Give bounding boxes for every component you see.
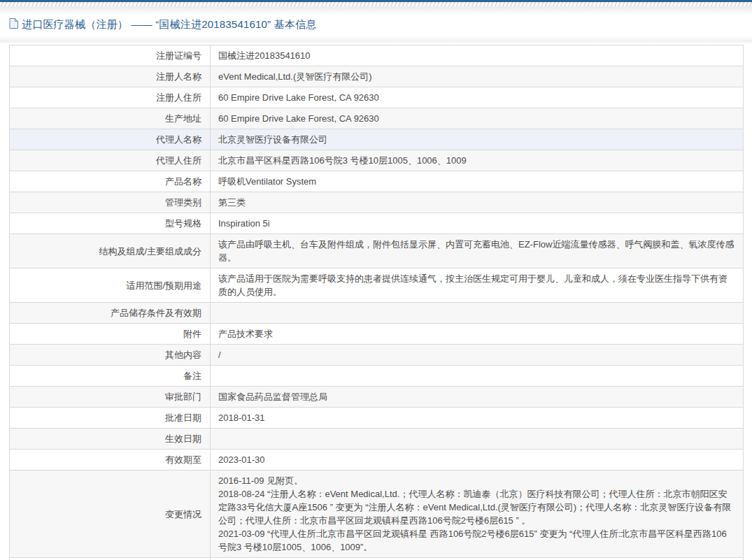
row-label: 有效期至 <box>10 450 211 471</box>
row-value: 该产品适用于医院为需要呼吸支持的患者提供连续通气，按主治医生规定可用于婴儿、儿童… <box>211 268 744 303</box>
row-label: 产品储存条件及有效期 <box>10 303 211 324</box>
change-record-line: 2018-08-24 “注册人名称：eVent Medical,Ltd.；代理人… <box>218 487 735 527</box>
row-label: 变更情况 <box>10 471 211 558</box>
row-value: 国械注进20183541610 <box>211 45 744 66</box>
row-value: 2018-01-31 <box>211 408 744 429</box>
row-value: 该产品由呼吸主机、台车及附件组成，附件包括显示屏、内置可充蓄电池、EZ-Flow… <box>211 234 744 268</box>
row-label: 结构及组成/主要组成成分 <box>10 234 211 268</box>
row-value: 2023-01-30 <box>211 450 744 471</box>
row-value <box>211 429 744 450</box>
table-row: 代理人住所北京市昌平区科星西路106号院3 号楼10层1005、1006、100… <box>10 150 744 171</box>
table-row: 生产地址60 Empire Drive Lake Forest, CA 9263… <box>10 108 744 129</box>
row-value: 详情 <box>211 558 744 560</box>
table-row: 代理人名称北京灵智医疗设备有限公司 <box>10 129 744 150</box>
row-value: 第三类 <box>211 192 744 213</box>
row-label: 生产地址 <box>10 108 211 129</box>
table-row: 产品储存条件及有效期 <box>10 303 744 324</box>
table-row: 审批部门国家食品药品监督管理总局 <box>10 387 744 408</box>
row-value: / <box>211 345 744 366</box>
row-label: 注册人住所 <box>10 87 211 108</box>
row-value: Inspiration 5i <box>211 213 744 234</box>
table-wrap: 注册证编号国械注进20183541610注册人名称eVent Medical,L… <box>0 43 752 560</box>
row-label: 附件 <box>10 324 211 345</box>
table-row: 有效期至2023-01-30 <box>10 450 744 471</box>
table-row: 结构及组成/主要组成成分该产品由呼吸主机、台车及附件组成，附件包括显示屏、内置可… <box>10 234 744 268</box>
table-row: 备注 <box>10 366 744 387</box>
table-row: 注详情 <box>10 558 744 560</box>
row-label: 生效日期 <box>10 429 211 450</box>
row-value: 产品技术要求 <box>211 324 744 345</box>
row-value: 国家食品药品监督管理总局 <box>211 387 744 408</box>
row-value <box>211 303 744 324</box>
row-label: 注册人名称 <box>10 66 211 87</box>
table-row: 其他内容/ <box>10 345 744 366</box>
page-header: 进口医疗器械（注册） —— “国械注进20183541610” 基本信息 <box>0 15 752 36</box>
header-gradient-top <box>0 7 752 15</box>
row-value: 60 Empire Drive Lake Forest, CA 92630 <box>211 108 744 129</box>
row-value: 2016-11-09 见附页。2018-08-24 “注册人名称：eVent M… <box>211 471 744 558</box>
table-row: 注册人住所60 Empire Drive Lake Forest, CA 926… <box>10 87 744 108</box>
row-value: 60 Empire Drive Lake Forest, CA 92630 <box>211 87 744 108</box>
table-row: 生效日期 <box>10 429 744 450</box>
row-label: 代理人住所 <box>10 150 211 171</box>
row-label: 管理类别 <box>10 192 211 213</box>
row-label: 适用范围/预期用途 <box>10 268 211 303</box>
row-label: 批准日期 <box>10 408 211 429</box>
table-row: 批准日期2018-01-31 <box>10 408 744 429</box>
document-icon <box>9 18 18 31</box>
row-label: 审批部门 <box>10 387 211 408</box>
page-title: 进口医疗器械（注册） —— “国械注进20183541610” 基本信息 <box>22 18 316 31</box>
change-record-line: 2016-11-09 见附页。 <box>218 474 735 487</box>
header-gradient-bottom <box>0 36 752 43</box>
change-record-line: 2021-03-09 “代理人住所:北京市昌平区回龙观镇科星 西路106号院2号… <box>218 527 735 554</box>
table-row: 产品名称呼吸机Ventilator System <box>10 171 744 192</box>
table-row: 管理类别第三类 <box>10 192 744 213</box>
table-row: 型号规格Inspiration 5i <box>10 213 744 234</box>
row-label: 注册证编号 <box>10 45 211 66</box>
table-row: 注册证编号国械注进20183541610 <box>10 45 744 66</box>
row-value: 北京市昌平区科星西路106号院3 号楼10层1005、1006、1009 <box>211 150 744 171</box>
row-label: 注 <box>10 558 211 560</box>
row-label: 型号规格 <box>10 213 211 234</box>
table-row: 适用范围/预期用途该产品适用于医院为需要呼吸支持的患者提供连续通气，按主治医生规… <box>10 268 744 303</box>
row-value: 呼吸机Ventilator System <box>211 171 744 192</box>
row-value: 北京灵智医疗设备有限公司 <box>211 129 744 150</box>
row-label: 备注 <box>10 366 211 387</box>
row-label: 产品名称 <box>10 171 211 192</box>
row-label: 代理人名称 <box>10 129 211 150</box>
row-value <box>211 366 744 387</box>
info-table: 注册证编号国械注进20183541610注册人名称eVent Medical,L… <box>9 45 744 560</box>
table-row: 附件产品技术要求 <box>10 324 744 345</box>
top-stripe-band <box>0 2 752 7</box>
table-row: 变更情况2016-11-09 见附页。2018-08-24 “注册人名称：eVe… <box>10 471 744 558</box>
table-row: 注册人名称eVent Medical,Ltd.(灵智医疗有限公司) <box>10 66 744 87</box>
row-value: eVent Medical,Ltd.(灵智医疗有限公司) <box>211 66 744 87</box>
row-label: 其他内容 <box>10 345 211 366</box>
